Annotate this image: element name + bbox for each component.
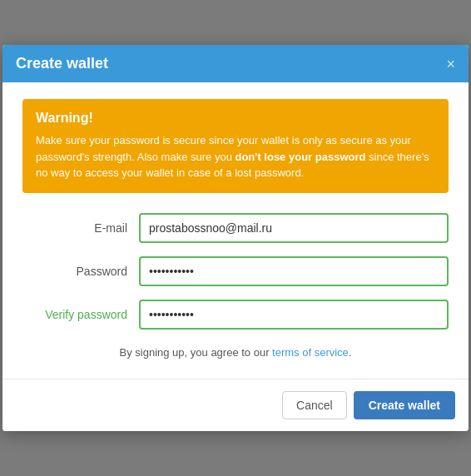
email-input[interactable] bbox=[139, 213, 449, 243]
verify-password-input[interactable] bbox=[139, 300, 449, 330]
warning-text-bold: don't lose your password bbox=[235, 151, 365, 163]
cancel-button[interactable]: Cancel bbox=[282, 391, 347, 419]
modal-title: Create wallet bbox=[16, 55, 108, 72]
password-input[interactable] bbox=[139, 256, 449, 286]
close-button[interactable]: × bbox=[446, 57, 455, 72]
modal-body: Warning! Make sure your password is secu… bbox=[2, 82, 469, 379]
terms-of-service-link[interactable]: terms of service bbox=[272, 346, 349, 359]
email-label: E-mail bbox=[22, 221, 139, 235]
modal-header: Create wallet × bbox=[2, 45, 469, 82]
terms-prefix: By signing up, you agree to our bbox=[120, 346, 273, 359]
create-wallet-button[interactable]: Create wallet bbox=[354, 391, 455, 419]
password-row: Password bbox=[22, 256, 449, 286]
modal-footer: Cancel Create wallet bbox=[2, 379, 469, 431]
warning-text: Make sure your password is secure since … bbox=[36, 132, 435, 181]
terms-period: . bbox=[349, 346, 352, 359]
verify-password-row: Verify password bbox=[22, 300, 449, 330]
verify-password-label: Verify password bbox=[22, 308, 139, 321]
email-row: E-mail bbox=[22, 213, 449, 243]
modal-dialog: Create wallet × Warning! Make sure your … bbox=[2, 45, 469, 431]
terms-text: By signing up, you agree to our terms of… bbox=[22, 346, 449, 359]
warning-box: Warning! Make sure your password is secu… bbox=[22, 99, 449, 193]
warning-title: Warning! bbox=[36, 111, 435, 126]
modal-overlay: Create wallet × Warning! Make sure your … bbox=[0, 0, 471, 476]
password-label: Password bbox=[22, 265, 139, 278]
